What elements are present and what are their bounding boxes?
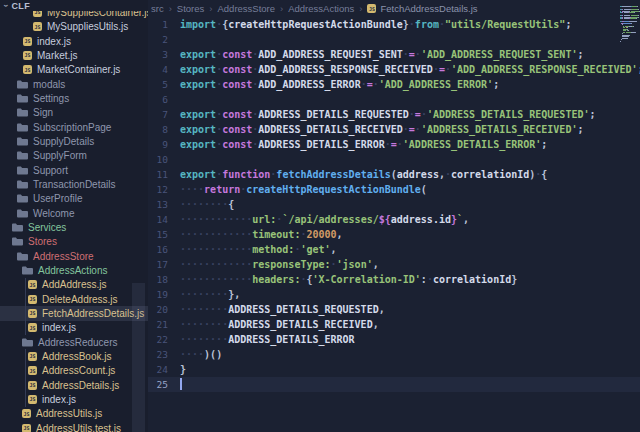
sidebar-file-addressbook-js[interactable]: JSAddressBook.js — [0, 349, 148, 363]
sidebar-file-index-js[interactable]: JSindex.js — [0, 392, 148, 406]
sidebar-folder-addressstore[interactable]: AddressStore — [0, 249, 148, 263]
line-number: 1 — [148, 17, 168, 32]
sidebar-folder-settings[interactable]: Settings — [0, 91, 148, 105]
code-line-7[interactable]: 7export·const·ADDRESS_DETAILS_REQUESTED·… — [148, 107, 640, 122]
breadcrumb-item[interactable]: AddressStore — [217, 3, 275, 14]
line-number: 5 — [148, 77, 168, 92]
sidebar-folder-support[interactable]: Support — [0, 163, 148, 177]
sidebar-folder-addressactions[interactable]: AddressActions — [0, 263, 148, 277]
minimap[interactable] — [620, 6, 639, 46]
code-line-6[interactable]: 6 — [148, 92, 640, 107]
sidebar-file-mysuppliesutils-js[interactable]: JSMySuppliesUtils.js — [0, 20, 148, 34]
sidebar-file-addressdetails-js[interactable]: JSAddressDetails.js — [0, 378, 148, 392]
breadcrumb-item[interactable]: AddressActions — [288, 3, 354, 14]
code-line-25[interactable]: 25 — [148, 377, 640, 392]
code-line-8[interactable]: 8export·const·ADDRESS_DETAILS_RECEIVED·=… — [148, 122, 640, 137]
tree-item-label: Welcome — [33, 208, 75, 219]
sidebar-folder-services[interactable]: Services — [0, 220, 148, 234]
line-number: 14 — [148, 212, 168, 227]
js-file-icon: JS — [23, 65, 32, 74]
tree-item-label: AddAddress.js — [42, 279, 106, 290]
breadcrumb: src›Stores›AddressStore›AddressActions›J… — [148, 0, 478, 17]
editor-pane: src›Stores›AddressStore›AddressActions›J… — [148, 0, 640, 432]
code-line-15[interactable]: 15············timeout:·20000, — [148, 227, 640, 242]
code-text: } — [180, 362, 186, 377]
line-number: 25 — [148, 377, 168, 392]
code-line-14[interactable]: 14············url:·`/api/addresses/${add… — [148, 212, 640, 227]
sidebar-folder-addressreducers[interactable]: AddressReducers — [0, 335, 148, 349]
code-area[interactable]: 1import·{createHttpRequestActionBundle}·… — [148, 17, 640, 432]
code-line-10[interactable]: 10 — [148, 152, 640, 167]
js-file-icon: JS — [28, 309, 37, 318]
js-file-icon: JS — [33, 22, 42, 31]
folder-icon — [17, 194, 28, 203]
tree-item-label: AddressDetails.js — [42, 380, 119, 391]
code-line-21[interactable]: 21········ADDRESS_DETAILS_RECEIVED, — [148, 317, 640, 332]
sidebar-scrollbar[interactable] — [132, 283, 145, 432]
sidebar-folder-transactiondetails[interactable]: TransactionDetails — [0, 177, 148, 191]
code-text: ········ADDRESS_DETAILS_RECEIVED, — [180, 317, 379, 332]
line-number: 18 — [148, 272, 168, 287]
explorer-root-header[interactable]: › CLF — [0, 0, 148, 11]
sidebar-file-index-js[interactable]: JSindex.js — [0, 34, 148, 48]
sidebar-file-addaddress-js[interactable]: JSAddAddress.js — [0, 278, 148, 292]
folder-icon — [17, 151, 28, 160]
sidebar-folder-modals[interactable]: modals — [0, 77, 148, 91]
sidebar-file-fetchaddressdetails-js[interactable]: JSFetchAddressDetails.js — [0, 306, 148, 320]
line-number: 24 — [148, 362, 168, 377]
code-line-5[interactable]: 5export·const·ADD_ADDRESS_ERROR·=·'ADD_A… — [148, 77, 640, 92]
sidebar-file-addresscount-js[interactable]: JSAddressCount.js — [0, 364, 148, 378]
code-text: ········}, — [180, 287, 240, 302]
sidebar-file-addressutils-test-js[interactable]: JSAddressUtils.test.js — [0, 421, 148, 432]
sidebar-file-marketcontainer-js[interactable]: JSMarketContainer.js — [0, 63, 148, 77]
sidebar-folder-supplydetails[interactable]: SupplyDetails — [0, 134, 148, 148]
sidebar-file-deleteaddress-js[interactable]: JSDeleteAddress.js — [0, 292, 148, 306]
js-file-icon: JS — [22, 409, 31, 418]
sidebar-file-addressutils-js[interactable]: JSAddressUtils.js — [0, 407, 148, 421]
code-line-1[interactable]: 1import·{createHttpRequestActionBundle}·… — [148, 17, 640, 32]
tree-item-label: index.js — [42, 394, 76, 405]
tree-item-label: MySuppliesUtils.js — [47, 21, 128, 32]
code-line-18[interactable]: 18············headers:·{'X-Correlation-I… — [148, 272, 640, 287]
breadcrumb-file[interactable]: JSFetchAddressDetails.js — [367, 3, 477, 14]
line-number: 20 — [148, 302, 168, 317]
line-number: 22 — [148, 332, 168, 347]
sidebar-folder-subscriptionpage[interactable]: SubscriptionPage — [0, 120, 148, 134]
code-line-22[interactable]: 22········ADDRESS_DETAILS_ERROR — [148, 332, 640, 347]
sidebar-folder-stores[interactable]: Stores — [0, 235, 148, 249]
tree-item-label: MarketContainer.js — [37, 64, 120, 75]
tree-item-label: Market.js — [37, 50, 78, 61]
line-number: 17 — [148, 257, 168, 272]
code-line-13[interactable]: 13········{ — [148, 197, 640, 212]
code-line-12[interactable]: 12····return·createHttpRequestActionBund… — [148, 182, 640, 197]
sidebar-folder-supplyform[interactable]: SupplyForm — [0, 149, 148, 163]
code-line-20[interactable]: 20········ADDRESS_DETAILS_REQUESTED, — [148, 302, 640, 317]
sidebar-folder-userprofile[interactable]: UserProfile — [0, 192, 148, 206]
js-file-icon: JS — [28, 395, 37, 404]
code-line-3[interactable]: 3export·const·ADD_ADDRESS_REQUEST_SENT·=… — [148, 47, 640, 62]
sidebar-folder-sign[interactable]: Sign — [0, 106, 148, 120]
breadcrumb-item[interactable]: src — [151, 3, 164, 14]
code-text: ············method:·'get', — [180, 242, 337, 257]
code-line-16[interactable]: 16············method:·'get', — [148, 242, 640, 257]
code-line-19[interactable]: 19········}, — [148, 287, 640, 302]
code-line-17[interactable]: 17············responseType:·'json', — [148, 257, 640, 272]
sidebar-folder-welcome[interactable]: Welcome — [0, 206, 148, 220]
tree-item-label: AddressActions — [38, 265, 107, 276]
line-number: 15 — [148, 227, 168, 242]
breadcrumb-item[interactable]: Stores — [177, 3, 204, 14]
js-file-icon: JS — [23, 51, 32, 60]
code-line-4[interactable]: 4export·const·ADD_ADDRESS_RESPONSE_RECEI… — [148, 62, 640, 77]
sidebar-file-market-js[interactable]: JSMarket.js — [0, 48, 148, 62]
folder-icon — [17, 166, 28, 175]
sidebar-file-index-js[interactable]: JSindex.js — [0, 321, 148, 335]
folder-icon — [12, 237, 23, 246]
breadcrumb-separator-icon: › — [359, 3, 362, 14]
code-line-23[interactable]: 23····)() — [148, 347, 640, 362]
code-line-2[interactable]: 2 — [148, 32, 640, 47]
folder-icon — [17, 137, 28, 146]
code-line-24[interactable]: 24} — [148, 362, 640, 377]
code-line-11[interactable]: 11export·function·fetchAddressDetails(ad… — [148, 167, 640, 182]
tree-item-label: AddressStore — [33, 251, 94, 262]
code-line-9[interactable]: 9export·const·ADDRESS_DETAILS_ERROR·=·'A… — [148, 137, 640, 152]
